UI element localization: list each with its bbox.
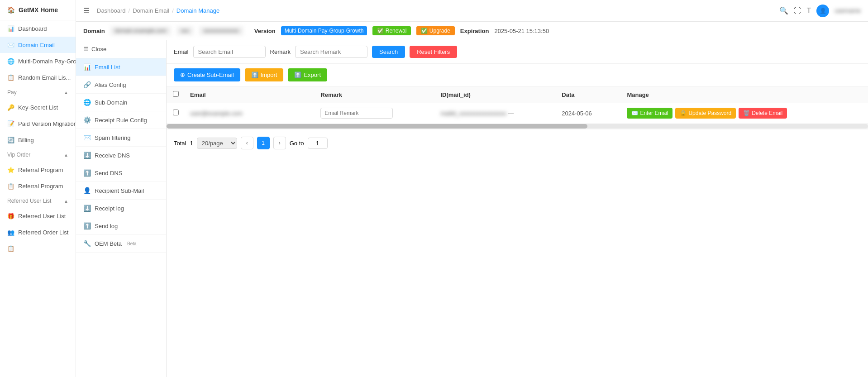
sidebar-section-referral[interactable]: Referred User List ▲ <box>0 194 76 208</box>
sidebar-item-label: Domain Email <box>18 42 55 48</box>
breadcrumb-dashboard[interactable]: Dashboard <box>97 7 126 14</box>
sub-sidebar-send-log[interactable]: ⬆️ Send log <box>76 217 166 235</box>
enter-label: Enter Email <box>640 110 668 116</box>
sub-sidebar: ☰ Close 📊 Email List 🔗 Alias Config 🌐 Su… <box>76 40 167 377</box>
date-value: 2024-05-06 <box>562 110 592 117</box>
sub-sidebar-receive-dns[interactable]: ⬇️ Receive DNS <box>76 147 166 164</box>
search-button[interactable]: Search <box>372 46 405 58</box>
page-1-button[interactable]: 1 <box>257 137 270 149</box>
sub-sidebar-send-dns[interactable]: ⬆️ Send DNS <box>76 164 166 182</box>
row-date-cell: 2024-05-06 <box>556 103 621 124</box>
email-table-container: Email Remark ID(mail_id) Data Manage <box>167 86 868 129</box>
reset-filters-button[interactable]: Reset Filters <box>410 46 457 58</box>
remark-input[interactable] <box>320 108 393 119</box>
receipt-log-icon: ⬇️ <box>83 205 91 212</box>
remark-filter-label: Remark <box>270 48 291 55</box>
row-checkbox[interactable] <box>173 110 179 115</box>
sidebar-item-referred-order-list[interactable]: 📋 <box>0 240 76 257</box>
email-search-input[interactable] <box>193 46 266 58</box>
sub-sidebar-sub-domain[interactable]: 🌐 Sub-Domain <box>76 94 166 111</box>
import-button[interactable]: ⬆️ Import <box>245 68 284 81</box>
close-icon: ☰ <box>83 46 89 52</box>
prev-page-button[interactable]: ‹ <box>241 137 253 149</box>
horizontal-scrollbar[interactable] <box>167 124 868 129</box>
goto-page-input[interactable] <box>308 138 328 149</box>
list-icon: 📋 <box>7 74 14 81</box>
remark-search-input[interactable] <box>295 46 367 58</box>
sidebar-item-paid-version-migration[interactable]: 🔄 Billing <box>0 132 76 148</box>
select-all-checkbox[interactable] <box>173 91 179 97</box>
sub-sidebar-oem[interactable]: 🔧 OEM Beta Beta <box>76 235 166 253</box>
gift-icon: 🎁 <box>7 212 14 220</box>
sidebar-item-key-secret-order[interactable]: 📋 Referral Program <box>0 178 76 194</box>
sidebar-item-key-secret-list[interactable]: 📝 Paid Version Migration <box>0 115 76 132</box>
sidebar-item-multi-domain[interactable]: 🌐 Multi-Domain Pay-Group <box>0 53 76 69</box>
pagination: Total 1 20/page 50/page 100/page ‹ 1 › G… <box>167 129 868 157</box>
sub-sidebar-receipt-rule[interactable]: ⚙️ Receipt Rule Config <box>76 111 166 129</box>
key-icon: 🔑 <box>7 104 14 111</box>
sub-sidebar-item-label: Recipient Sub-Mail <box>95 187 144 194</box>
sub-sidebar-item-label: Email List <box>95 64 120 71</box>
sub-domain-icon: 🌐 <box>83 99 91 106</box>
expiration-value: 2025-05-21 15:13:50 <box>494 28 549 34</box>
sidebar-logo-label: GetMX Home <box>19 6 58 14</box>
sub-sidebar-spam-filtering[interactable]: ✉️ Spam filtering <box>76 129 166 147</box>
next-page-button[interactable]: › <box>273 137 286 149</box>
version-tag: Multi-Domain Pay-Group-Growth <box>281 26 367 35</box>
sidebar-item-vip-order[interactable]: ⭐ Referral Program <box>0 162 76 178</box>
col-manage: Manage <box>621 86 868 103</box>
sidebar-item-label: Referred User List <box>18 213 66 220</box>
expiration-label: Expiration <box>460 28 489 34</box>
sub-sidebar-recipient-sub-mail[interactable]: 👤 Recipient Sub-Mail <box>76 182 166 200</box>
sidebar-item-buy-key-secret[interactable]: 🔑 Key-Secret List <box>0 99 76 115</box>
fullscreen-icon[interactable]: ⛶ <box>794 7 801 15</box>
topbar: ☰ Dashboard / Domain Email / Domain Mana… <box>76 0 868 22</box>
breadcrumb-domain-email[interactable]: Domain Email <box>133 7 169 14</box>
id-dash: — <box>508 110 514 117</box>
enter-email-button[interactable]: ✉️ Enter Email <box>627 108 672 119</box>
col-id: ID(mail_id) <box>435 86 556 103</box>
sidebar-section-billing[interactable]: Vip Order ▲ <box>0 148 76 162</box>
email-table: Email Remark ID(mail_id) Data Manage <box>167 86 868 124</box>
domain-label: Domain <box>83 28 105 34</box>
content-area: ☰ Close 📊 Email List 🔗 Alias Config 🌐 Su… <box>76 40 868 377</box>
row-manage-cell: ✉️ Enter Email 🔒 Update Password 🗑️ <box>621 103 868 124</box>
email-filter-label: Email <box>174 48 189 55</box>
sub-sidebar-receipt-log[interactable]: ⬇️ Receipt log <box>76 200 166 217</box>
hamburger-icon[interactable]: ☰ <box>83 6 90 15</box>
sidebar-logo[interactable]: 🏠 GetMX Home <box>0 0 76 20</box>
renewal-button[interactable]: ✅ Renewal <box>372 26 411 35</box>
row-id-cell: mailid_xxxxxxxxxxxxxxxx — <box>435 103 556 124</box>
export-button[interactable]: ⬆️ Export <box>288 68 327 81</box>
create-icon: ⊕ <box>180 72 185 78</box>
per-page-select[interactable]: 20/page 50/page 100/page <box>197 138 237 149</box>
avatar[interactable]: 👤 <box>816 5 829 17</box>
update-password-button[interactable]: 🔒 Update Password <box>675 108 736 119</box>
sidebar-item-referral-program[interactable]: 🎁 Referred User List <box>0 208 76 224</box>
scrollbar-thumb[interactable] <box>167 124 587 129</box>
delete-email-button[interactable]: 🗑️ Delete Email <box>739 108 787 119</box>
action-bar: ⊕ Create Sub-Email ⬆️ Import ⬆️ Export <box>167 64 868 86</box>
sidebar-item-dashboard[interactable]: 📊 Dashboard <box>0 20 76 37</box>
sub-sidebar-alias-config[interactable]: 🔗 Alias Config <box>76 76 166 94</box>
sidebar-item-referred-user-list[interactable]: 👥 Referred Order List <box>0 224 76 240</box>
enter-icon: ✉️ <box>631 110 638 116</box>
sidebar-section-pay[interactable]: Pay ▲ <box>0 86 76 99</box>
sidebar-item-label: Random Email Lis... <box>18 74 71 81</box>
sub-sidebar-email-list[interactable]: 📊 Email List <box>76 58 166 76</box>
upgrade-button[interactable]: ✅ Upgrade <box>416 26 454 35</box>
create-label: Create Sub-Email <box>187 72 234 78</box>
order-icon: 📋 <box>7 182 14 190</box>
email-list-icon: 📊 <box>83 63 91 71</box>
sidebar-item-label: Dashboard <box>18 25 47 32</box>
create-sub-email-button[interactable]: ⊕ Create Sub-Email <box>174 68 240 81</box>
billing-chevron: ▲ <box>64 153 68 157</box>
sidebar-item-random-email[interactable]: 📋 Random Email Lis... <box>0 69 76 86</box>
sub-sidebar-close[interactable]: ☰ Close <box>76 40 166 58</box>
pay-chevron: ▲ <box>64 90 68 95</box>
sidebar-item-domain-email[interactable]: ✉️ Domain Email <box>0 37 76 53</box>
search-topbar-icon[interactable]: 🔍 <box>779 6 788 15</box>
sidebar: 🏠 GetMX Home 📊 Dashboard ✉️ Domain Email… <box>0 0 76 377</box>
main-content: ☰ Dashboard / Domain Email / Domain Mana… <box>76 0 868 377</box>
text-icon[interactable]: T <box>806 7 811 15</box>
